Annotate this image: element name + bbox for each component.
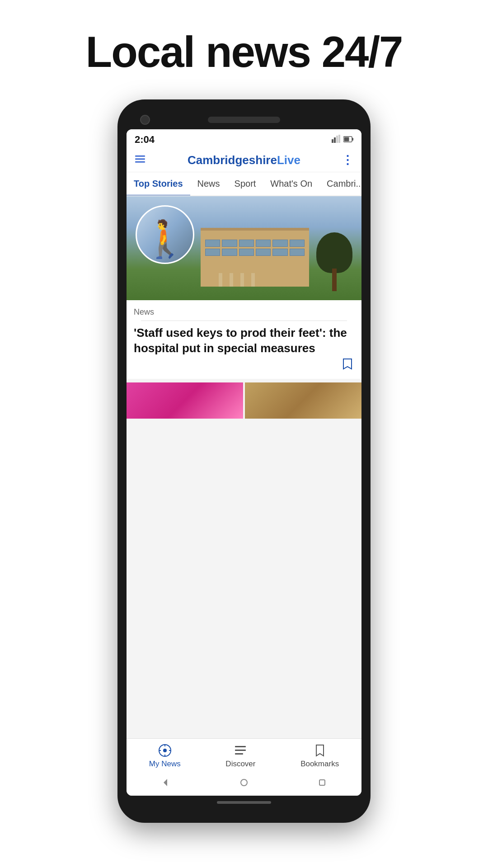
svg-rect-9 bbox=[135, 161, 145, 163]
column-2 bbox=[230, 273, 233, 287]
window-12 bbox=[290, 249, 305, 256]
logo-cambridgeshire: Cambridgeshire bbox=[188, 153, 277, 167]
tab-news[interactable]: News bbox=[190, 172, 227, 195]
building-windows bbox=[205, 240, 305, 256]
article-category: News bbox=[134, 307, 354, 317]
tree-trunk bbox=[332, 269, 337, 291]
phone-speaker bbox=[208, 117, 280, 123]
bookmarks-label: Bookmarks bbox=[300, 760, 339, 769]
signal-icon bbox=[332, 135, 341, 145]
nav-tabs: Top Stories News Sport What's On Cambri.… bbox=[127, 172, 361, 196]
svg-marker-3 bbox=[338, 135, 340, 143]
main-content: 🚶 News 'Staff used keys to prod their fe… bbox=[127, 196, 361, 738]
window-7 bbox=[205, 249, 220, 256]
article-card[interactable]: 🚶 News 'Staff used keys to prod their fe… bbox=[127, 196, 361, 379]
android-nav bbox=[127, 771, 361, 796]
bottom-nav-my-news[interactable]: My News bbox=[149, 743, 181, 769]
bookmark-button[interactable] bbox=[341, 357, 354, 373]
tab-whats-on[interactable]: What's On bbox=[263, 172, 319, 195]
building-columns bbox=[219, 273, 255, 287]
svg-rect-18 bbox=[235, 753, 243, 755]
column-4 bbox=[251, 273, 255, 287]
app-header: CambridgeshireLive ⋮ bbox=[127, 148, 361, 172]
person-silhouette: 🚶 bbox=[142, 218, 188, 260]
thumbnail-1[interactable] bbox=[127, 382, 243, 419]
tree-top bbox=[316, 232, 352, 273]
window-1 bbox=[205, 240, 220, 247]
svg-marker-2 bbox=[336, 136, 338, 143]
article-body: News 'Staff used keys to prod their feet… bbox=[127, 300, 361, 379]
hamburger-icon[interactable] bbox=[134, 153, 146, 167]
window-3 bbox=[239, 240, 254, 247]
more-menu-icon[interactable]: ⋮ bbox=[342, 153, 354, 167]
article-image: 🚶 bbox=[127, 196, 361, 300]
svg-rect-8 bbox=[135, 159, 145, 160]
svg-marker-19 bbox=[164, 779, 167, 786]
home-indicator bbox=[217, 801, 271, 804]
android-back-button[interactable] bbox=[159, 776, 173, 789]
window-4 bbox=[256, 240, 271, 247]
window-11 bbox=[272, 249, 287, 256]
android-home-button[interactable] bbox=[237, 776, 251, 789]
battery-icon bbox=[343, 135, 353, 145]
phone-shell: 2:04 CambridgeshireLive bbox=[117, 99, 371, 823]
tab-top-stories[interactable]: Top Stories bbox=[127, 172, 190, 195]
article-title[interactable]: 'Staff used keys to prod their feet': th… bbox=[134, 326, 354, 356]
bottom-nav-discover[interactable]: Discover bbox=[225, 743, 255, 769]
phone-sensor bbox=[338, 115, 348, 125]
tab-sport[interactable]: Sport bbox=[227, 172, 263, 195]
column-3 bbox=[240, 273, 244, 287]
status-time: 2:04 bbox=[135, 134, 155, 146]
phone-screen: 2:04 CambridgeshireLive bbox=[127, 129, 361, 796]
window-10 bbox=[256, 249, 271, 256]
front-camera bbox=[140, 115, 150, 125]
thumbnail-2[interactable] bbox=[245, 382, 361, 419]
phone-top-bar bbox=[127, 108, 361, 129]
page-headline: Local news 24/7 bbox=[85, 27, 402, 77]
window-8 bbox=[222, 249, 237, 256]
svg-rect-17 bbox=[235, 750, 246, 751]
window-2 bbox=[222, 240, 237, 247]
status-icons bbox=[332, 135, 353, 145]
window-6 bbox=[290, 240, 305, 247]
bottom-nav: My News Discover Bookmarks bbox=[127, 738, 361, 771]
svg-rect-16 bbox=[235, 746, 246, 747]
svg-rect-6 bbox=[344, 137, 349, 141]
column-1 bbox=[219, 273, 222, 287]
android-recents-button[interactable] bbox=[315, 776, 329, 789]
app-logo: CambridgeshireLive bbox=[188, 153, 300, 167]
svg-point-20 bbox=[241, 779, 247, 786]
phone-bottom bbox=[127, 796, 361, 814]
svg-marker-1 bbox=[334, 137, 336, 143]
svg-rect-7 bbox=[135, 156, 145, 157]
window-5 bbox=[272, 240, 287, 247]
discover-label: Discover bbox=[225, 760, 255, 769]
my-news-label: My News bbox=[149, 760, 181, 769]
tab-cambri[interactable]: Cambri... bbox=[319, 172, 361, 195]
logo-live: Live bbox=[277, 153, 300, 167]
bottom-nav-bookmarks[interactable]: Bookmarks bbox=[300, 743, 339, 769]
building-body bbox=[201, 228, 309, 287]
thumbnails-row bbox=[127, 382, 361, 419]
svg-marker-0 bbox=[332, 139, 333, 143]
person-circle: 🚶 bbox=[136, 205, 194, 264]
svg-point-11 bbox=[163, 749, 167, 752]
window-9 bbox=[239, 249, 254, 256]
svg-rect-5 bbox=[352, 138, 353, 141]
tree bbox=[316, 232, 352, 291]
status-bar: 2:04 bbox=[127, 129, 361, 148]
svg-rect-21 bbox=[319, 780, 325, 785]
